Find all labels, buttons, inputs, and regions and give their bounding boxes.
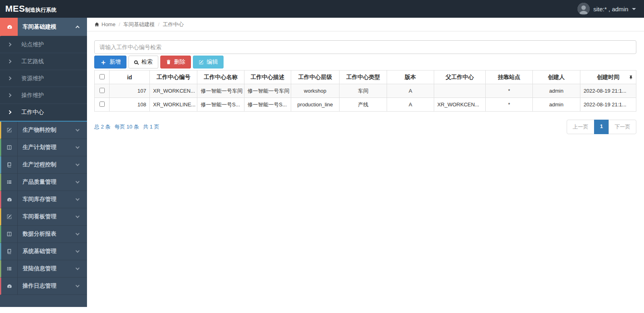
sidebar-item-station-maintenance[interactable]: 站点维护: [0, 36, 87, 53]
cell-code: XR_WORKCEN...: [149, 84, 197, 98]
column-header-creator: 创建人: [532, 70, 580, 84]
gauge-icon: [1, 191, 18, 208]
chevron-down-icon: [76, 232, 80, 236]
main-content: Home / 车间基础建模 / 工作中心 ＋ 新增 检索: [87, 18, 644, 313]
sidebar-group-workshop-inventory-management[interactable]: 车间库存管理: [0, 191, 87, 208]
sidebar-group-label: 数据分析报表: [18, 230, 76, 238]
edit-button-label: 编辑: [207, 58, 218, 66]
cell-id: 108: [110, 98, 150, 112]
home-icon: [94, 22, 99, 27]
cell-level: production_line: [291, 98, 339, 112]
delete-button[interactable]: 删除: [160, 56, 191, 68]
sidebar-group-label: 车间库存管理: [18, 196, 76, 203]
add-button[interactable]: ＋ 新增: [94, 56, 126, 68]
list-icon: [1, 260, 18, 277]
search-icon: [134, 60, 138, 64]
column-header-level: 工作中心层级: [291, 70, 339, 84]
select-all-header: [95, 70, 110, 84]
breadcrumb-home[interactable]: Home: [94, 21, 116, 27]
chevron-down-icon: [76, 162, 80, 166]
table-row[interactable]: 108 XR_WORKLINE... 修一智能一号S... 修一智能一号S...…: [95, 98, 636, 112]
chevron-down-icon: [76, 197, 80, 201]
current-page-button[interactable]: 1: [594, 120, 609, 134]
sidebar-group-workshop-basic-modeling[interactable]: 车间基础建模: [0, 18, 87, 36]
breadcrumb-separator: /: [158, 21, 159, 27]
cell-description: 修一智能一号车间: [244, 84, 291, 98]
breadcrumb: Home / 车间基础建模 / 工作中心: [87, 18, 644, 31]
row-checkbox[interactable]: [99, 102, 105, 107]
row-checkbox[interactable]: [99, 88, 105, 93]
search-button[interactable]: 检索: [128, 56, 158, 68]
columns-icon: [1, 139, 18, 156]
chevron-down-icon: [76, 266, 80, 270]
sidebar-group-product-quality-management[interactable]: 产品质量管理: [0, 174, 87, 191]
sidebar-group-production-plan-management[interactable]: 生产计划管理: [0, 139, 87, 156]
sidebar-group-production-material-control[interactable]: 生产物料控制: [0, 122, 87, 139]
sidebar-group-label: 车间看板管理: [18, 213, 76, 220]
pin-icon[interactable]: [629, 75, 633, 81]
book-icon: [1, 243, 18, 260]
trash-icon: [166, 59, 171, 65]
cell-version: A: [387, 84, 434, 98]
sidebar-item-operation-maintenance[interactable]: 操作维护: [0, 87, 87, 104]
cell-type: 产线: [340, 98, 387, 112]
sidebar: 车间基础建模 站点维护 工艺路线 资源维护 操作维护 工作中心: [0, 18, 87, 307]
gauge-icon: [1, 278, 18, 294]
sidebar-item-resource-maintenance[interactable]: 资源维护: [0, 70, 87, 87]
cell-id: 107: [110, 84, 150, 98]
edit-button[interactable]: 编辑: [193, 56, 224, 68]
column-header-type: 工作中心类型: [340, 70, 387, 84]
pagination: 上一页 1 下一页: [567, 120, 636, 134]
sidebar-group-data-analysis-report[interactable]: 数据分析报表: [0, 226, 87, 243]
prev-page-button[interactable]: 上一页: [567, 120, 594, 134]
sidebar-group-label: 车间基础建模: [18, 23, 76, 31]
column-header-code: 工作中心编号: [149, 70, 197, 84]
book-icon: [1, 156, 18, 173]
select-all-checkbox[interactable]: [99, 74, 105, 79]
pagination-summary: 总 2 条 每页 10 条 共 1 页: [94, 123, 159, 131]
cell-created-time: 2022-08-19 21:1...: [580, 84, 636, 98]
pencil-square-icon: [1, 122, 18, 139]
sidebar-group-system-basic-management[interactable]: 系统基础管理: [0, 243, 87, 260]
logo-primary-text: MES: [5, 4, 25, 14]
breadcrumb-separator: /: [119, 21, 120, 27]
user-menu[interactable]: site:* , admin: [578, 3, 636, 15]
chevron-down-icon: [76, 249, 80, 253]
pencil-square-icon: [1, 208, 18, 225]
cell-parent: XR_WORKCEN...: [434, 98, 486, 112]
sidebar-item-work-center[interactable]: 工作中心: [0, 104, 87, 121]
sidebar-group-workshop-kanban-management[interactable]: 车间看板管理: [0, 208, 87, 226]
sidebar-item-label: 站点维护: [11, 41, 44, 48]
list-icon: [1, 174, 18, 191]
chevron-down-icon: [76, 214, 80, 218]
breadcrumb-section[interactable]: 车间基础建模: [123, 21, 155, 28]
table-row[interactable]: 107 XR_WORKCEN... 修一智能一号车间 修一智能一号车间 work…: [95, 84, 636, 98]
next-page-button[interactable]: 下一页: [609, 120, 636, 134]
table-header-row: id 工作中心编号 工作中心名称 工作中心描述 工作中心层级 工作中心类型 版本…: [95, 70, 636, 84]
row-select-cell: [95, 98, 110, 112]
cell-parent: [434, 84, 486, 98]
delete-button-label: 删除: [174, 58, 185, 66]
cell-creator: admin: [532, 84, 580, 98]
chevron-down-icon: [76, 180, 80, 184]
sidebar-group-label: 生产计划管理: [18, 144, 76, 151]
sidebar-group-production-process-control[interactable]: 生产过程控制: [0, 156, 87, 174]
column-header-station: 挂靠站点: [486, 70, 532, 84]
work-center-search-input[interactable]: [94, 40, 636, 54]
add-button-label: 新增: [110, 58, 121, 66]
app-logo: MES 制造执行系统: [5, 4, 56, 14]
pager-row: 总 2 条 每页 10 条 共 1 页 上一页 1 下一页: [94, 120, 636, 134]
cell-level: workshop: [291, 84, 339, 98]
sidebar-group-operation-log-management[interactable]: 操作日志管理: [0, 278, 87, 295]
sidebar-group-login-info-management[interactable]: 登陆信息管理: [0, 260, 87, 278]
sidebar-group-label: 操作日志管理: [18, 282, 76, 290]
sidebar-submenu: 站点维护 工艺路线 资源维护 操作维护 工作中心: [0, 36, 87, 122]
cell-version: A: [387, 98, 434, 112]
summary-pages: 共 1 页: [143, 123, 159, 131]
sidebar-item-process-route[interactable]: 工艺路线: [0, 53, 87, 70]
sidebar-item-label: 工艺路线: [11, 58, 44, 65]
cell-name: 修一智能一号车间: [197, 84, 244, 98]
column-header-name: 工作中心名称: [197, 70, 244, 84]
cell-type: 车间: [340, 84, 387, 98]
user-avatar: [578, 3, 590, 15]
